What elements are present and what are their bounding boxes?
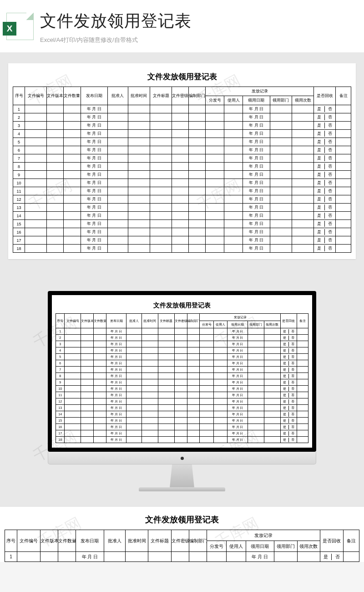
cell-seq: 18 bbox=[56, 437, 65, 443]
cell-receive-date: 年 月 日 bbox=[243, 220, 270, 228]
cell-seq: 5 bbox=[13, 138, 25, 146]
cell-recycled: 是否 bbox=[280, 360, 297, 367]
cell-recycled: 是否 bbox=[280, 328, 297, 335]
cell-receive-date: 年 月 日 bbox=[228, 379, 248, 386]
col-receive-times: 领用次数 bbox=[292, 96, 313, 105]
registration-table: 序号文件编号文件版本文件数量发布日期批准人批准时间文件标题文件密级编制部门发放记… bbox=[13, 87, 351, 253]
cell-issue-date: 年 月 日 bbox=[81, 130, 107, 138]
cell-issue-date: 年 月 日 bbox=[106, 335, 126, 341]
monitor-stand bbox=[163, 464, 201, 487]
table-row: 7年 月 日年 月 日是否 bbox=[56, 367, 308, 373]
col-qty: 文件数量 bbox=[94, 314, 106, 328]
col-secret: 文件密级 bbox=[172, 87, 189, 105]
table-title: 文件发放领用登记表 bbox=[56, 300, 308, 313]
cell-seq: 12 bbox=[13, 195, 25, 204]
col-user: 使用人 bbox=[226, 541, 246, 552]
table-row: 13年 月 日年 月 日是否 bbox=[13, 204, 351, 212]
cell-seq: 4 bbox=[13, 130, 25, 138]
cell-recycled: 是否 bbox=[280, 386, 297, 392]
cell-recycled: 是否 bbox=[320, 552, 344, 562]
cell-recycled: 是否 bbox=[314, 245, 336, 253]
cell-issue-date: 年 月 日 bbox=[81, 105, 107, 113]
col-issue-date: 发布日期 bbox=[106, 314, 126, 328]
col-doc-no: 文件编号 bbox=[25, 87, 47, 105]
col-doc-no: 文件编号 bbox=[17, 530, 40, 552]
table-row: 10年 月 日年 月 日是否 bbox=[56, 386, 308, 392]
cell-recycled: 是否 bbox=[280, 405, 297, 411]
cell-seq: 9 bbox=[13, 171, 25, 179]
cell-seq: 14 bbox=[13, 212, 25, 220]
col-receive-dept: 领用部门 bbox=[270, 96, 292, 105]
cell-receive-date: 年 月 日 bbox=[228, 398, 248, 405]
col-remark: 备注 bbox=[297, 314, 308, 328]
table-row: 16年 月 日年 月 日是否 bbox=[56, 424, 308, 430]
cell-issue-date: 年 月 日 bbox=[106, 360, 126, 367]
col-approver: 批准人 bbox=[126, 314, 142, 328]
cell-issue-date: 年 月 日 bbox=[81, 228, 107, 236]
cell-recycled: 是否 bbox=[280, 341, 297, 347]
col-qty: 文件数量 bbox=[58, 530, 76, 552]
registration-table: 序号文件编号文件版本文件数量发布日期批准人批准时间文件标题文件密级编制部门发放记… bbox=[5, 530, 359, 562]
cell-seq: 8 bbox=[13, 163, 25, 171]
cell-issue-date: 年 月 日 bbox=[106, 398, 126, 405]
cell-issue-date: 年 月 日 bbox=[106, 328, 126, 335]
cell-receive-date: 年 月 日 bbox=[228, 418, 248, 424]
cell-receive-date: 年 月 日 bbox=[243, 122, 270, 130]
cell-recycled: 是否 bbox=[314, 122, 336, 130]
cell-seq: 1 bbox=[13, 105, 25, 113]
cell-receive-date: 年 月 日 bbox=[243, 146, 270, 154]
cell-receive-date: 年 月 日 bbox=[243, 212, 270, 220]
col-receive-dept: 领用部门 bbox=[274, 541, 297, 552]
cell-recycled: 是否 bbox=[314, 236, 336, 245]
cell-receive-date: 年 月 日 bbox=[243, 195, 270, 204]
cell-issue-date: 年 月 日 bbox=[81, 179, 107, 187]
col-qty: 文件数量 bbox=[64, 87, 81, 105]
cell-receive-date: 年 月 日 bbox=[228, 411, 248, 418]
table-title: 文件发放领用登记表 bbox=[5, 511, 359, 530]
cell-recycled: 是否 bbox=[280, 392, 297, 398]
cell-seq: 13 bbox=[56, 405, 65, 411]
cell-recycled: 是否 bbox=[280, 398, 297, 405]
cell-seq: 18 bbox=[13, 245, 25, 253]
cell-seq: 17 bbox=[56, 430, 65, 437]
cell-receive-date: 年 月 日 bbox=[228, 328, 248, 335]
col-seq: 序号 bbox=[56, 314, 65, 328]
col-issue-date: 发布日期 bbox=[76, 530, 104, 552]
table-row: 5年 月 日年 月 日是否 bbox=[56, 354, 308, 360]
cell-issue-date: 年 月 日 bbox=[106, 437, 126, 443]
cell-recycled: 是否 bbox=[314, 228, 336, 236]
cell-receive-date: 年 月 日 bbox=[243, 245, 270, 253]
cell-seq: 5 bbox=[56, 354, 65, 360]
col-user: 使用人 bbox=[213, 321, 228, 328]
cell-receive-date: 年 月 日 bbox=[243, 236, 270, 245]
table-row: 4年 月 日年 月 日是否 bbox=[56, 347, 308, 354]
cell-issue-date: 年 月 日 bbox=[106, 405, 126, 411]
cell-issue-date: 年 月 日 bbox=[106, 424, 126, 430]
cell-seq: 6 bbox=[56, 360, 65, 367]
cell-recycled: 是否 bbox=[280, 430, 297, 437]
cell-receive-date: 年 月 日 bbox=[228, 405, 248, 411]
cell-receive-date: 年 月 日 bbox=[243, 228, 270, 236]
cell-receive-date: 年 月 日 bbox=[228, 392, 248, 398]
cell-recycled: 是否 bbox=[280, 418, 297, 424]
cell-recycled: 是否 bbox=[280, 335, 297, 341]
table-row: 4年 月 日年 月 日是否 bbox=[13, 130, 351, 138]
cell-receive-date: 年 月 日 bbox=[228, 335, 248, 341]
cell-receive-date: 年 月 日 bbox=[228, 437, 248, 443]
cell-issue-date: 年 月 日 bbox=[81, 138, 107, 146]
cell-recycled: 是否 bbox=[314, 187, 336, 195]
cell-issue-date: 年 月 日 bbox=[106, 430, 126, 437]
cell-seq: 3 bbox=[13, 122, 25, 130]
cell-issue-date: 年 月 日 bbox=[106, 347, 126, 354]
cell-issue-date: 年 月 日 bbox=[81, 113, 107, 122]
cell-seq: 10 bbox=[56, 386, 65, 392]
col-recycled: 是否回收 bbox=[280, 314, 297, 328]
table-row: 9年 月 日年 月 日是否 bbox=[56, 379, 308, 386]
col-dept: 编制部门 bbox=[187, 314, 200, 328]
cell-receive-date: 年 月 日 bbox=[243, 154, 270, 163]
col-title: 文件标题 bbox=[158, 314, 174, 328]
col-approver: 批准人 bbox=[108, 87, 128, 105]
col-user: 使用人 bbox=[224, 96, 243, 105]
page-title: 文件发放领用登记表 bbox=[40, 10, 355, 32]
table-row: 16年 月 日年 月 日是否 bbox=[13, 228, 351, 236]
